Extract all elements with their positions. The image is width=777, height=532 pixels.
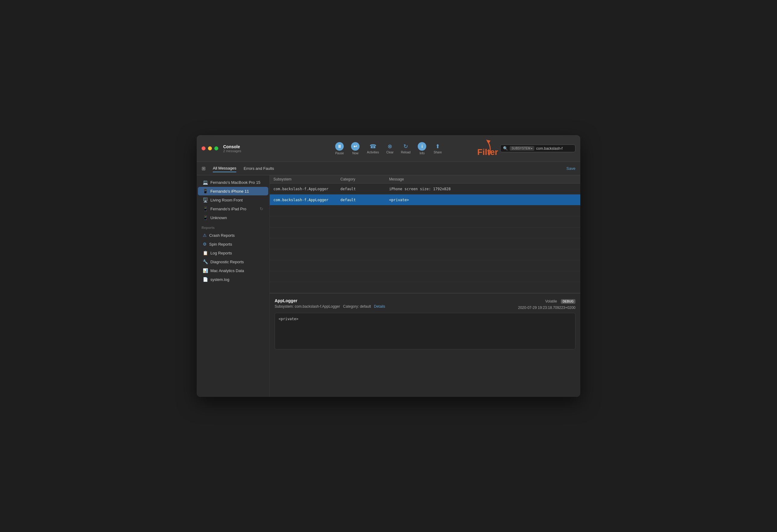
- log-icon: 📋: [203, 251, 208, 255]
- sidebar-item-livingroom[interactable]: 🖥️ Living Room Front: [198, 196, 268, 204]
- activities-icon: ☎: [370, 143, 376, 150]
- sidebar-item-macbook-label: Fernando's MacBook Pro 15: [210, 180, 260, 185]
- now-button[interactable]: ↩ Now: [348, 140, 363, 157]
- info-label: Info: [420, 152, 425, 155]
- share-icon: ⬆: [435, 143, 440, 150]
- column-message: Message: [385, 177, 580, 181]
- sidebar-item-unknown[interactable]: 📱 Unknown: [198, 213, 268, 222]
- fullscreen-button[interactable]: [214, 146, 218, 150]
- search-icon: 🔍: [503, 146, 508, 151]
- sidebar-item-syslog-label: system.log: [210, 277, 229, 282]
- pause-label: Pause: [335, 152, 344, 155]
- sidebar-item-syslog[interactable]: 📄 system.log: [198, 275, 268, 284]
- tab-errors-faults[interactable]: Errors and Faults: [244, 165, 274, 172]
- detail-title: AppLogger: [274, 298, 385, 303]
- log-row-1[interactable]: com.backslash-f.AppLogger default iPhone…: [270, 183, 580, 194]
- app-title: Console 2 messages: [223, 144, 241, 153]
- share-button[interactable]: ⬆ Share: [431, 141, 445, 156]
- search-input-value: com.backslash-f: [536, 146, 573, 151]
- sidebar-item-log-label: Log Reports: [210, 251, 232, 255]
- sidebar-item-mac-analytics[interactable]: 📊 Mac Analytics Data: [198, 266, 268, 275]
- log-row-2[interactable]: com.backslash-f.AppLogger default <priva…: [270, 194, 580, 206]
- detail-content: <private>: [274, 313, 575, 350]
- debug-badge: DEBUG: [561, 299, 575, 304]
- empty-row-8: [270, 282, 580, 293]
- sidebar-item-livingroom-label: Living Room Front: [210, 198, 243, 203]
- row2-category: default: [337, 198, 385, 202]
- now-icon: ↩: [351, 142, 359, 151]
- livingroom-icon: 🖥️: [203, 197, 208, 203]
- sidebar-toggle-button[interactable]: ⊞: [202, 165, 206, 171]
- save-button[interactable]: Save: [566, 166, 575, 171]
- sidebar-item-analytics-label: Mac Analytics Data: [210, 268, 244, 273]
- sidebar-item-diagnostic-label: Diagnostic Reports: [210, 260, 244, 264]
- sidebar-item-crash-reports[interactable]: ⚠ Crash Reports: [198, 231, 268, 240]
- sidebar-item-spin-label: Spin Reports: [209, 242, 232, 247]
- syslog-icon: 📄: [203, 277, 208, 282]
- detail-timestamp: 2020-07-29 19:23:18.709223+0200: [518, 305, 575, 310]
- now-label: Now: [352, 152, 358, 155]
- diagnostic-icon: 🔧: [203, 259, 208, 264]
- main-content: 💻 Fernando's MacBook Pro 15 📱 Fernando's…: [197, 175, 580, 397]
- empty-row-2: [270, 217, 580, 227]
- detail-header: AppLogger Subsystem: com.backslash-f.App…: [274, 298, 575, 310]
- macbook-icon: 💻: [203, 180, 208, 185]
- unknown-icon: 📱: [203, 215, 208, 220]
- reload-icon: ↻: [404, 143, 408, 150]
- category-meta-label: Category:: [343, 304, 359, 309]
- column-category: Category: [337, 177, 385, 181]
- category-meta-value: default: [360, 304, 371, 309]
- reload-button[interactable]: ↻ Reload: [398, 141, 414, 156]
- toolbar-right: 🔍 SUBSYSTEM ▾ com.backslash-f: [500, 145, 575, 152]
- chevron-down-icon: ▾: [531, 147, 533, 150]
- row1-message: iPhone screen size: 1792x828: [385, 187, 580, 191]
- search-subsystem-filter[interactable]: SUBSYSTEM ▾: [510, 146, 534, 151]
- row2-subsystem: com.backslash-f.AppLogger: [270, 198, 337, 202]
- minimize-button[interactable]: [208, 146, 212, 150]
- activities-label: Activities: [367, 151, 379, 154]
- column-subsystem: Subsystem: [270, 177, 337, 181]
- pause-button[interactable]: ⏸ Pause: [332, 140, 347, 157]
- ipad-icon: 📱: [203, 206, 208, 211]
- toolbar-center: ⏸ Pause ↩ Now ☎ Activities ⊗ Clear ↻ Rel…: [332, 140, 445, 157]
- sidebar-item-iphone[interactable]: 📱 Fernando's iPhone 11: [198, 187, 268, 195]
- subsystem-meta-label: Subsystem:: [274, 304, 294, 309]
- reports-section-label: Reports: [197, 222, 269, 231]
- sidebar-item-iphone-label: Fernando's iPhone 11: [210, 189, 249, 193]
- app-name: Console: [223, 144, 241, 149]
- empty-row-1: [270, 206, 580, 217]
- sync-badge-icon: ↻: [260, 206, 263, 211]
- titlebar: Console 2 messages ⏸ Pause ↩ Now ☎ Activ…: [197, 135, 580, 162]
- sidebar-item-ipad[interactable]: 📱 Fernando's iPad Pro ↻: [198, 205, 268, 213]
- details-link[interactable]: Details: [374, 304, 385, 309]
- detail-meta: Subsystem: com.backslash-f.AppLogger Cat…: [274, 304, 385, 309]
- sidebar-item-spin-reports[interactable]: ⚙ Spin Reports: [198, 240, 268, 248]
- sidebar-item-unknown-label: Unknown: [210, 216, 227, 220]
- close-button[interactable]: [202, 146, 206, 150]
- search-box[interactable]: 🔍 SUBSYSTEM ▾ com.backslash-f: [500, 145, 575, 152]
- sidebar-item-macbook[interactable]: 💻 Fernando's MacBook Pro 15: [198, 178, 268, 186]
- empty-row-4: [270, 238, 580, 249]
- filter-arrow-svg: [471, 138, 495, 156]
- empty-row-3: [270, 227, 580, 238]
- activities-button[interactable]: ☎ Activities: [364, 141, 382, 156]
- analytics-icon: 📊: [203, 268, 208, 273]
- filter-label: Filter: [477, 147, 498, 157]
- share-label: Share: [434, 151, 442, 154]
- row2-message: <private>: [385, 198, 580, 202]
- clear-button[interactable]: ⊗ Clear: [383, 141, 397, 156]
- log-table: Subsystem Category Message com.backslash…: [270, 175, 580, 293]
- info-button[interactable]: i Info: [415, 140, 429, 157]
- sidebar: 💻 Fernando's MacBook Pro 15 📱 Fernando's…: [197, 175, 270, 397]
- sidebar-item-ipad-label: Fernando's iPad Pro: [210, 207, 246, 211]
- sidebar-item-diagnostic-reports[interactable]: 🔧 Diagnostic Reports: [198, 257, 268, 266]
- filter-annotation: Filter: [471, 138, 495, 158]
- volatile-label: Volatile: [545, 299, 557, 303]
- subsystem-meta-value: com.backslash-f.AppLogger: [295, 304, 340, 309]
- sidebar-item-log-reports[interactable]: 📋 Log Reports: [198, 249, 268, 257]
- row1-subsystem: com.backslash-f.AppLogger: [270, 187, 337, 191]
- detail-left: AppLogger Subsystem: com.backslash-f.App…: [274, 298, 385, 309]
- empty-row-5: [270, 249, 580, 260]
- tab-all-messages[interactable]: All Messages: [213, 165, 236, 172]
- iphone-icon: 📱: [203, 189, 208, 193]
